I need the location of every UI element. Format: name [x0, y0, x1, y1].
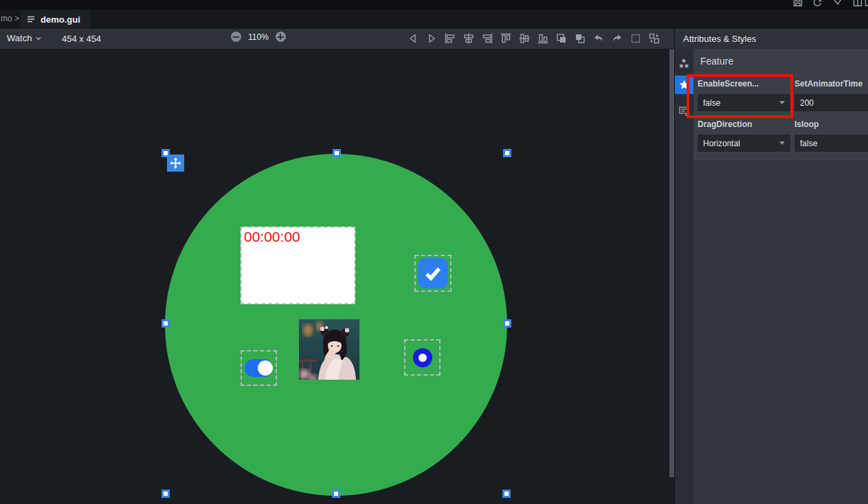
align-bottom-icon[interactable]	[537, 32, 549, 45]
panel-title: Attributes & Styles	[683, 34, 756, 44]
replace-widget-icon[interactable]	[648, 32, 660, 45]
chevron-down-icon	[779, 141, 785, 145]
align-left-icon[interactable]	[444, 32, 456, 45]
canvas-toolbar: Watch 454 x 454 110%	[0, 29, 674, 49]
selection-handle[interactable]	[162, 319, 170, 328]
device-selector[interactable]: Watch	[7, 33, 42, 43]
sync-icon[interactable]	[812, 0, 823, 8]
redo-icon[interactable]	[611, 32, 623, 45]
chevron-down-icon	[779, 101, 785, 104]
section-title: Feature	[700, 56, 733, 67]
toggle-on	[245, 359, 273, 377]
isloop-input[interactable]: false	[794, 135, 868, 152]
radio-dot	[419, 354, 427, 362]
tab-bar: mo > demo.gui	[0, 10, 868, 29]
image-widget[interactable]	[299, 319, 359, 380]
selection-handle[interactable]	[162, 490, 170, 498]
zoom-out-button[interactable]	[231, 32, 241, 42]
panel-empty-area	[693, 159, 868, 504]
field-dragdirection: DragDirection Horizontal	[698, 119, 790, 152]
undo-icon[interactable]	[592, 32, 605, 45]
dropdown-value: Horizontal	[703, 139, 740, 148]
bring-to-front-icon[interactable]	[555, 32, 568, 45]
zoom-level: 110%	[248, 32, 269, 42]
selection-handle[interactable]	[332, 490, 340, 498]
chevron-down-icon	[35, 35, 42, 42]
canvas-scrollbar[interactable]	[669, 49, 674, 477]
field-isloop: Isloop false	[794, 119, 868, 152]
step-forward-icon[interactable]	[425, 32, 438, 45]
form-edit-icon[interactable]	[675, 102, 693, 120]
marquee-icon[interactable]	[630, 32, 642, 45]
align-top-icon[interactable]	[500, 32, 512, 45]
align-vertical-center-icon[interactable]	[518, 32, 531, 45]
send-to-back-icon[interactable]	[574, 32, 586, 45]
field-setanimatortime: SetAnimatorTime 200	[794, 79, 868, 111]
titlebar	[0, 0, 868, 10]
canvas-size-label: 454 x 454	[62, 34, 101, 44]
field-label: Isloop	[794, 119, 868, 130]
attributes-panel: Attributes & Styles Feature EnableScreen…	[674, 29, 868, 504]
align-right-icon[interactable]	[481, 32, 493, 45]
plugin-icon[interactable]	[675, 76, 693, 94]
selection-handle[interactable]	[503, 319, 511, 328]
clock-text: 00:00:00	[242, 228, 300, 244]
file-list-icon	[26, 14, 36, 24]
input-value: 200	[800, 98, 814, 108]
zoom-in-button[interactable]	[276, 32, 286, 42]
enablescreen-dropdown[interactable]: false	[698, 94, 790, 111]
field-label: DragDirection	[698, 119, 790, 130]
save-icon[interactable]	[792, 0, 803, 8]
align-horizontal-center-icon[interactable]	[463, 32, 475, 45]
field-enablescreen: EnableScreen... false	[698, 79, 790, 111]
selection-handle[interactable]	[162, 149, 170, 157]
field-label: EnableScreen...	[698, 79, 790, 90]
tab-label: demo.gui	[41, 14, 80, 25]
switch-widget[interactable]	[241, 350, 277, 386]
zoom-controls: 110%	[231, 32, 286, 42]
selection-handle[interactable]	[333, 149, 341, 157]
device-selector-label: Watch	[7, 33, 32, 43]
field-label: SetAnimatorTime	[794, 79, 868, 90]
move-icon	[168, 156, 183, 170]
feature-section: Feature EnableScreen... false SetAnimato…	[693, 49, 868, 504]
checkmark-icon	[423, 263, 443, 284]
input-value: false	[800, 139, 817, 148]
toolbar-icons	[407, 32, 660, 45]
toggle-knob	[258, 360, 273, 376]
clock-widget[interactable]: 00:00:00	[241, 227, 355, 304]
panel-right-icon[interactable]	[864, 0, 868, 8]
step-back-icon[interactable]	[407, 32, 419, 45]
dropdown-value: false	[703, 98, 720, 108]
panel-icon-strip	[675, 49, 693, 504]
character-image	[299, 319, 359, 380]
checkbox-widget[interactable]	[414, 255, 452, 292]
breadcrumb[interactable]: mo >	[1, 14, 19, 23]
hierarchy-icon[interactable]	[675, 54, 693, 73]
check-icon[interactable]	[832, 0, 843, 8]
radiobutton-widget[interactable]	[404, 339, 441, 376]
checkbox-checked	[418, 258, 448, 288]
design-canvas[interactable]: 00:00:00	[0, 49, 674, 504]
gui-designer-window: mo > demo.gui Watch 454 x 454 110%	[0, 0, 868, 504]
selection-handle[interactable]	[502, 490, 511, 498]
layout-columns-icon[interactable]	[852, 0, 863, 8]
selection-handle[interactable]	[503, 149, 511, 157]
panel-header: Attributes & Styles	[675, 29, 868, 49]
dragdirection-dropdown[interactable]: Horizontal	[698, 135, 790, 152]
setanimatortime-input[interactable]: 200	[794, 94, 868, 111]
radio-selected	[413, 348, 432, 367]
tab-demo-gui[interactable]: demo.gui	[21, 10, 90, 29]
